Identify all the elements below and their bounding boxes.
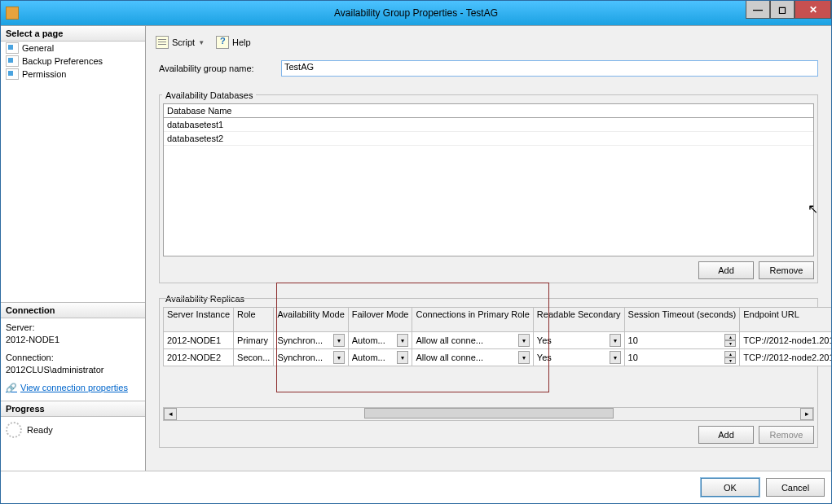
chevron-down-icon[interactable]: ▾: [610, 351, 621, 364]
database-row[interactable]: databasetest2: [164, 132, 813, 146]
page-icon: [6, 42, 19, 54]
view-connection-properties-link[interactable]: 🔗 View connection properties: [6, 382, 140, 394]
cell-readable-secondary[interactable]: Yes▾: [533, 349, 624, 366]
script-icon: [156, 36, 169, 49]
database-name-header: Database Name: [163, 103, 814, 118]
col-failover-mode[interactable]: Failover Mode: [348, 308, 412, 332]
help-label: Help: [232, 37, 251, 47]
col-readable-secondary[interactable]: Readable Secondary: [533, 308, 624, 332]
chevron-down-icon[interactable]: ▾: [518, 334, 530, 347]
page-icon: [6, 68, 19, 80]
cell-server: 2012-NODE1: [164, 332, 234, 349]
link-text: View connection properties: [20, 382, 128, 394]
page-item-permission[interactable]: Permission: [1, 68, 145, 81]
cell-role: Secon...: [234, 349, 274, 366]
group-name-label: Availability group name:: [159, 64, 273, 73]
group-name-value: TestAG: [284, 62, 314, 72]
cell-failover-mode[interactable]: Autom...▾: [348, 349, 412, 366]
cell-availability-mode[interactable]: Synchron...▾: [274, 349, 348, 366]
cell-session-timeout[interactable]: 10▴▾: [624, 332, 740, 349]
cell-failover-mode[interactable]: Autom...▾: [348, 332, 412, 349]
col-role[interactable]: Role: [234, 308, 274, 332]
page-icon: [6, 55, 19, 67]
progress-spinner-icon: [6, 422, 22, 438]
replicas-table: Server Instance Role Availability Mode F…: [163, 307, 832, 366]
col-server-instance[interactable]: Server Instance: [164, 308, 234, 332]
chevron-down-icon[interactable]: ▾: [333, 351, 345, 364]
chevron-down-icon[interactable]: ▾: [397, 351, 408, 364]
page-label: General: [22, 43, 54, 53]
dialog-window: Availability Group Properties - TestAG —…: [0, 0, 832, 504]
cell-session-timeout[interactable]: 10▴▾: [624, 349, 740, 366]
server-label: Server:: [6, 322, 140, 334]
scroll-track[interactable]: [177, 408, 800, 420]
chevron-down-icon[interactable]: ▾: [397, 334, 408, 347]
connection-header: Connection: [1, 303, 145, 318]
scroll-right-button[interactable]: ▸: [800, 408, 813, 420]
progress-status: Ready: [27, 425, 53, 435]
chevron-down-icon[interactable]: ▾: [333, 334, 345, 347]
help-icon: [216, 36, 229, 49]
col-connections-primary[interactable]: Connections in Primary Role: [412, 308, 533, 332]
chevron-down-icon[interactable]: ▼: [198, 39, 205, 46]
connection-value: 2012CLUS\administrator: [6, 364, 140, 376]
page-item-backup-preferences[interactable]: Backup Preferences: [1, 55, 145, 68]
databases-add-button[interactable]: Add: [698, 261, 754, 279]
database-list[interactable]: databasetest1 databasetest2: [163, 118, 814, 256]
cell-connections-primary[interactable]: Allow all conne...▾: [412, 332, 533, 349]
horizontal-scrollbar[interactable]: ◂ ▸: [163, 407, 814, 421]
content-pane: Script ▼ Help Availability group name: T…: [146, 26, 831, 471]
titlebar[interactable]: Availability Group Properties - TestAG —…: [1, 1, 831, 25]
replica-row[interactable]: 2012-NODE2 Secon... Synchron...▾ Autom..…: [164, 349, 833, 366]
col-session-timeout[interactable]: Session Timeout (seconds): [624, 308, 740, 332]
group-name-input[interactable]: TestAG: [281, 60, 818, 77]
chevron-down-icon[interactable]: ▾: [518, 351, 530, 364]
page-item-general[interactable]: General: [1, 42, 145, 55]
col-availability-mode[interactable]: Availability Mode: [274, 308, 348, 332]
link-icon: 🔗: [6, 382, 17, 394]
script-button[interactable]: Script ▼: [152, 34, 208, 50]
databases-remove-button[interactable]: Remove: [759, 261, 814, 279]
col-endpoint-url[interactable]: Endpoint URL: [740, 308, 832, 332]
connection-label: Connection:: [6, 352, 140, 364]
script-label: Script: [172, 37, 195, 47]
cell-endpoint-url[interactable]: TCP://2012-node1.2012clus.com: [740, 332, 832, 349]
replica-row[interactable]: 2012-NODE1 Primary Synchron...▾ Autom...…: [164, 332, 833, 349]
availability-databases-title: Availability Databases: [162, 90, 256, 100]
replicas-add-button[interactable]: Add: [698, 426, 754, 444]
cell-role: Primary: [234, 332, 274, 349]
cell-server: 2012-NODE2: [164, 349, 234, 366]
select-page-header: Select a page: [1, 26, 145, 42]
spinner-arrows[interactable]: ▴▾: [724, 351, 736, 364]
dialog-footer: OK Cancel: [1, 471, 831, 503]
cell-connections-primary[interactable]: Allow all conne...▾: [412, 349, 533, 366]
sidebar: Select a page General Backup Preferences…: [1, 26, 146, 471]
database-row[interactable]: databasetest1: [164, 118, 813, 132]
page-label: Backup Preferences: [22, 56, 103, 66]
spinner-arrows[interactable]: ▴▾: [724, 334, 736, 347]
cell-readable-secondary[interactable]: Yes▾: [533, 332, 624, 349]
window-title: Availability Group Properties - TestAG: [1, 7, 831, 19]
scroll-left-button[interactable]: ◂: [164, 408, 177, 420]
replicas-remove-button[interactable]: Remove: [759, 426, 814, 444]
server-value: 2012-NODE1: [6, 334, 140, 346]
cell-endpoint-url[interactable]: TCP://2012-node2.2012clus.com: [740, 349, 832, 366]
scroll-thumb[interactable]: [364, 408, 614, 419]
cancel-button[interactable]: Cancel: [766, 478, 825, 497]
cell-availability-mode[interactable]: Synchron...▾: [274, 332, 348, 349]
chevron-down-icon[interactable]: ▾: [610, 334, 621, 347]
progress-header: Progress: [1, 401, 145, 417]
help-button[interactable]: Help: [213, 34, 254, 50]
page-label: Permission: [22, 69, 66, 79]
ok-button[interactable]: OK: [701, 478, 759, 497]
